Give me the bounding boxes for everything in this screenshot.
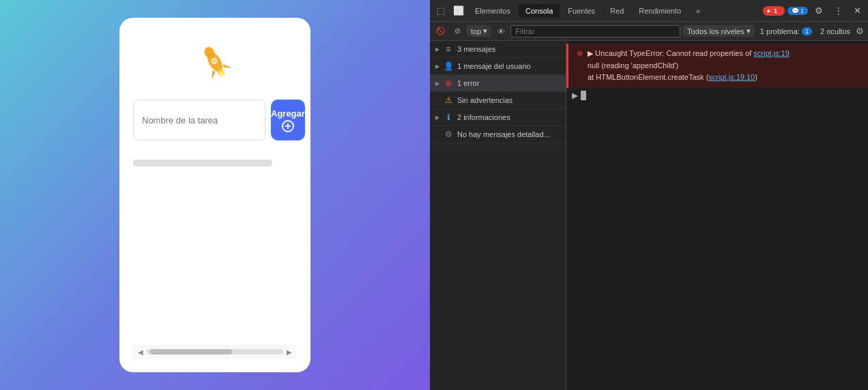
plus-circle-icon: + xyxy=(282,120,294,132)
tab-consola[interactable]: Consola xyxy=(519,4,560,18)
problems-badge: 1 problema: 1 xyxy=(757,27,815,35)
error-count: 1 xyxy=(770,7,781,15)
app-preview-panel: Agregar + ◀ ▶ xyxy=(0,0,430,390)
problems-count: 1 xyxy=(802,27,812,35)
user-icon: 👤 xyxy=(444,61,453,71)
console-message-list: ▶ ≡ 3 mensajes ▶ 👤 1 mensaje del usuario… xyxy=(430,41,566,390)
error-item-icon: ⊗ xyxy=(444,78,453,88)
error-script-link1[interactable]: script.js:19 xyxy=(753,49,790,57)
error-output-icon: ⊗ xyxy=(577,49,583,57)
chat-badge[interactable]: 💬 1 xyxy=(787,7,808,15)
messages-icon: ≡ xyxy=(444,44,453,54)
info-icon: ℹ xyxy=(444,112,453,122)
prompt-cursor xyxy=(581,91,586,100)
tab-red[interactable]: Red xyxy=(603,4,631,18)
tab-more[interactable]: » xyxy=(689,4,707,18)
devtools-panel: ⬚ ⬜ Elementos Consola Fuentes Red Rendim… xyxy=(430,0,868,390)
error-line3-suffix: ) xyxy=(755,73,757,81)
messages-item[interactable]: ▶ ≡ 3 mensajes xyxy=(430,41,566,58)
frame-selector[interactable]: top ▾ xyxy=(467,25,491,37)
error-line1-prefix: ▶ Uncaught TypeError: Cannot read proper… xyxy=(588,49,753,57)
tab-elementos[interactable]: Elementos xyxy=(468,4,517,18)
bottom-scrollbar[interactable]: ◀ ▶ xyxy=(133,345,297,359)
scroll-left-arrow[interactable]: ◀ xyxy=(136,347,145,357)
user-message-item[interactable]: ▶ 👤 1 mensaje del usuario xyxy=(430,58,566,75)
rocket-icon xyxy=(191,38,239,86)
task-placeholder-bar xyxy=(133,160,272,166)
close-icon[interactable]: ✕ xyxy=(849,3,865,19)
console-body: ▶ ≡ 3 mensajes ▶ 👤 1 mensaje del usuario… xyxy=(430,41,868,390)
messages-chevron: ▶ xyxy=(435,46,439,52)
user-message-label: 1 mensaje del usuario xyxy=(457,62,531,70)
prompt-arrow: ▶ xyxy=(572,91,578,100)
scroll-track-h[interactable] xyxy=(147,349,283,355)
add-button-label: Agregar xyxy=(271,108,305,119)
app-card: Agregar + ◀ ▶ xyxy=(119,18,310,372)
verbose-icon: ⚙ xyxy=(444,130,453,139)
problems-label: 1 problema: xyxy=(760,27,800,35)
error-item[interactable]: ▶ ⊗ 1 error xyxy=(430,75,566,92)
error-label: 1 error xyxy=(457,79,479,87)
scroll-thumb-h[interactable] xyxy=(150,349,232,355)
warning-label: Sin advertencias xyxy=(457,96,512,104)
levels-label: Todos los niveles xyxy=(687,27,744,35)
levels-arrow: ▾ xyxy=(747,27,751,35)
block-icon[interactable]: ⊘ xyxy=(450,25,464,38)
verbose-label: No hay mensajes detallad... xyxy=(457,130,550,138)
inspect-icon[interactable]: ⬚ xyxy=(433,3,449,19)
user-chevron: ▶ xyxy=(435,63,439,70)
tab-rendimiento[interactable]: Rendimiento xyxy=(632,4,688,18)
console-toolbar: 🚫 ⊘ top ▾ 👁 Todos los niveles ▾ 1 proble… xyxy=(430,22,868,41)
clear-console-icon[interactable]: 🚫 xyxy=(434,25,448,38)
more-options-icon[interactable]: ⋮ xyxy=(830,3,846,19)
error-output: ⊗ ▶ Uncaught TypeError: Cannot read prop… xyxy=(566,44,868,88)
info-item[interactable]: ▶ ℹ 2 informaciones xyxy=(430,109,566,126)
eye-icon[interactable]: 👁 xyxy=(494,25,508,38)
info-label: 2 informaciones xyxy=(457,113,510,121)
tab-fuentes[interactable]: Fuentes xyxy=(561,4,602,18)
console-prompt-line[interactable]: ▶ xyxy=(566,88,868,103)
info-chevron: ▶ xyxy=(435,115,439,121)
chat-count: 1 xyxy=(800,7,804,14)
warning-item[interactable]: ▶ ⚠ Sin advertencias xyxy=(430,92,566,109)
error-script-link2[interactable]: script.js:19:10 xyxy=(708,73,755,81)
error-line3-prefix: at HTMLButtonElement.createTask ( xyxy=(577,73,708,81)
device-icon[interactable]: ⬜ xyxy=(450,3,467,19)
error-chevron: ▶ xyxy=(435,80,439,87)
task-list-area: ◀ ▶ xyxy=(133,149,297,359)
error-badge[interactable]: ● 1 xyxy=(763,6,785,16)
scroll-right-arrow[interactable]: ▶ xyxy=(285,347,294,357)
console-settings-icon[interactable]: ⚙ xyxy=(856,26,864,36)
frame-selector-arrow: ▾ xyxy=(483,27,487,35)
messages-label: 3 mensajes xyxy=(457,45,495,53)
hidden-count: 2 ocultos xyxy=(818,27,853,35)
frame-selector-label: top xyxy=(471,27,481,35)
console-output: ⊗ ▶ Uncaught TypeError: Cannot read prop… xyxy=(566,41,868,390)
levels-selector[interactable]: Todos los niveles ▾ xyxy=(683,25,755,37)
add-task-button[interactable]: Agregar + xyxy=(271,100,305,140)
warning-icon: ⚠ xyxy=(444,95,453,105)
filter-input[interactable] xyxy=(510,25,680,38)
settings-icon[interactable]: ⚙ xyxy=(811,3,827,19)
error-line2: null (reading 'appendChild') xyxy=(577,61,678,70)
task-input-row: Agregar + xyxy=(133,100,297,140)
devtools-topbar: ⬚ ⬜ Elementos Consola Fuentes Red Rendim… xyxy=(430,0,868,22)
task-name-input[interactable] xyxy=(133,100,265,140)
verbose-item[interactable]: ▶ ⚙ No hay mensajes detallad... xyxy=(430,126,566,143)
